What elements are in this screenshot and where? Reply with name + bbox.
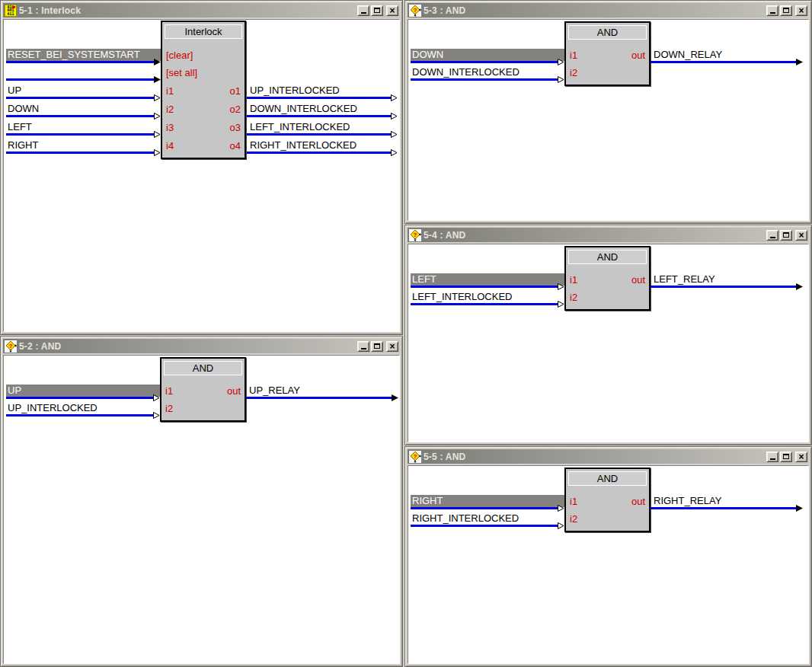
- signal-label[interactable]: LEFT: [6, 121, 161, 133]
- titlebar-5-4[interactable]: ? 5-4 : AND ×: [408, 228, 809, 242]
- maximize-button[interactable]: [780, 5, 792, 16]
- signal-label[interactable]: UP: [6, 85, 161, 97]
- signal-label-selected[interactable]: DOWN: [411, 49, 564, 61]
- pin-i4[interactable]: i4: [166, 141, 174, 152]
- pin-set-all[interactable]: [set all]: [166, 68, 197, 78]
- close-button[interactable]: ×: [795, 5, 807, 16]
- signal-label[interactable]: RIGHT_RELAY: [651, 495, 803, 507]
- input-signal-row[interactable]: RIGHT: [6, 139, 161, 154]
- input-signal-row[interactable]: LEFT: [6, 121, 161, 136]
- input-signal-row[interactable]: UP: [6, 385, 160, 399]
- signal-label[interactable]: DOWN_INTERLOCKED: [411, 66, 564, 78]
- input-signal-row[interactable]: RIGHT_INTERLOCKED: [411, 512, 564, 527]
- pin-i1[interactable]: i1: [570, 50, 577, 61]
- diagram-canvas-5-3[interactable]: DOWN DOWN_INTERLOCKED AND i1 i2 out DOWN…: [408, 19, 809, 221]
- pin-o1[interactable]: o1: [230, 86, 241, 97]
- function-block-and[interactable]: AND i1 i2 out: [160, 357, 246, 422]
- signal-label[interactable]: DOWN_INTERLOCKED: [247, 103, 398, 115]
- minimize-button[interactable]: [766, 452, 778, 462]
- pin-i3[interactable]: i3: [166, 123, 174, 133]
- signal-label[interactable]: RIGHT_INTERLOCKED: [411, 512, 564, 525]
- output-signal-row[interactable]: RIGHT_INTERLOCKED: [247, 139, 398, 154]
- minimize-button[interactable]: [357, 5, 369, 16]
- signal-label[interactable]: LEFT_RELAY: [651, 273, 803, 286]
- block-name: Interlock: [165, 24, 242, 39]
- pin-i2[interactable]: i2: [570, 68, 577, 78]
- close-button[interactable]: ×: [795, 452, 807, 462]
- pin-out[interactable]: out: [631, 275, 645, 286]
- pin-out[interactable]: out: [227, 386, 241, 397]
- titlebar-5-2[interactable]: ? 5-2 : AND ×: [3, 339, 400, 353]
- output-signal-row[interactable]: RIGHT_RELAY: [651, 495, 803, 509]
- input-signal-row[interactable]: DOWN_INTERLOCKED: [411, 66, 564, 81]
- signal-label[interactable]: UP_RELAY: [246, 385, 398, 397]
- diagram-canvas-5-2[interactable]: UP UP_INTERLOCKED AND i1 i2 out UP_RELAY: [3, 355, 400, 664]
- input-signal-row[interactable]: RESET_BEI_SYSTEMSTART: [6, 49, 161, 63]
- input-signal-row[interactable]: DOWN: [411, 49, 564, 63]
- signal-label[interactable]: UP_INTERLOCKED: [6, 402, 160, 414]
- signal-label[interactable]: DOWN: [6, 103, 161, 115]
- minimize-button[interactable]: [766, 230, 778, 241]
- signal-label[interactable]: [6, 66, 161, 78]
- signal-label[interactable]: LEFT_INTERLOCKED: [247, 121, 398, 133]
- signal-label[interactable]: LEFT_INTERLOCKED: [411, 291, 564, 303]
- output-signal-row[interactable]: DOWN_INTERLOCKED: [247, 103, 398, 117]
- output-signal-row[interactable]: LEFT_INTERLOCKED: [247, 121, 398, 136]
- input-signal-row[interactable]: LEFT: [411, 273, 564, 288]
- signal-label[interactable]: DOWN_RELAY: [651, 49, 803, 61]
- maximize-button[interactable]: [371, 341, 383, 352]
- input-signal-row[interactable]: UP_INTERLOCKED: [6, 402, 160, 416]
- signal-label[interactable]: RIGHT: [6, 139, 161, 152]
- pin-i2[interactable]: i2: [166, 104, 174, 115]
- minimize-button[interactable]: [357, 341, 369, 352]
- signal-wire: [6, 115, 156, 117]
- pin-i1[interactable]: i1: [570, 496, 577, 507]
- titlebar-5-3[interactable]: ? 5-3 : AND ×: [408, 3, 809, 18]
- input-signal-row[interactable]: UP: [6, 85, 161, 99]
- signal-label-selected[interactable]: UP: [6, 385, 160, 397]
- signal-label-selected[interactable]: LEFT: [411, 273, 564, 286]
- close-button[interactable]: ×: [386, 5, 398, 16]
- pin-i1[interactable]: i1: [165, 386, 173, 397]
- signal-label-selected[interactable]: RESET_BEI_SYSTEMSTART: [6, 49, 161, 61]
- pin-i2[interactable]: i2: [570, 514, 577, 525]
- pin-o4[interactable]: o4: [230, 141, 241, 152]
- maximize-button[interactable]: [371, 5, 383, 16]
- binary-icon-row: 011: [7, 12, 14, 16]
- pin-clear[interactable]: [clear]: [166, 50, 193, 61]
- signal-label[interactable]: RIGHT_INTERLOCKED: [247, 139, 398, 152]
- function-block-and[interactable]: AND i1 i2 out: [564, 468, 651, 532]
- signal-label-selected[interactable]: RIGHT: [411, 495, 564, 507]
- minimize-button[interactable]: [766, 5, 778, 16]
- output-signal-row[interactable]: UP_INTERLOCKED: [247, 85, 398, 99]
- maximize-icon: [783, 8, 789, 13]
- pin-out[interactable]: out: [631, 496, 645, 507]
- output-signal-row[interactable]: LEFT_RELAY: [651, 273, 803, 288]
- signal-label[interactable]: UP_INTERLOCKED: [247, 85, 398, 97]
- input-signal-row[interactable]: [6, 66, 161, 81]
- function-block-interlock[interactable]: Interlock [clear] [set all] i1 i2 i3 i4 …: [161, 21, 246, 159]
- maximize-button[interactable]: [780, 452, 792, 462]
- pin-o3[interactable]: o3: [230, 123, 241, 133]
- input-signal-row[interactable]: LEFT_INTERLOCKED: [411, 291, 564, 305]
- maximize-button[interactable]: [780, 230, 792, 241]
- pin-i2[interactable]: i2: [165, 404, 173, 414]
- diagram-canvas-5-1[interactable]: RESET_BEI_SYSTEMSTART UP DOWN LEFT RIGHT: [3, 19, 400, 332]
- diagram-canvas-5-5[interactable]: RIGHT RIGHT_INTERLOCKED AND i1 i2 out RI…: [408, 465, 809, 664]
- close-button[interactable]: ×: [795, 230, 807, 241]
- function-block-and[interactable]: AND i1 i2 out: [564, 246, 651, 311]
- input-signal-row[interactable]: DOWN: [6, 103, 161, 117]
- pin-o2[interactable]: o2: [230, 104, 241, 115]
- pin-i2[interactable]: i2: [570, 292, 577, 303]
- pin-out[interactable]: out: [631, 50, 645, 61]
- output-signal-row[interactable]: UP_RELAY: [246, 385, 398, 399]
- output-signal-row[interactable]: DOWN_RELAY: [651, 49, 803, 63]
- titlebar-5-5[interactable]: ? 5-5 : AND ×: [408, 449, 809, 464]
- input-signal-row[interactable]: RIGHT: [411, 495, 564, 509]
- titlebar-5-1[interactable]: 010 001 011 5-1 : Interlock ×: [3, 3, 400, 18]
- pin-i1[interactable]: i1: [166, 86, 174, 97]
- function-block-and[interactable]: AND i1 i2 out: [564, 21, 651, 86]
- close-button[interactable]: ×: [386, 341, 398, 352]
- diagram-canvas-5-4[interactable]: LEFT LEFT_INTERLOCKED AND i1 i2 out LEFT…: [408, 244, 809, 442]
- pin-i1[interactable]: i1: [570, 275, 577, 286]
